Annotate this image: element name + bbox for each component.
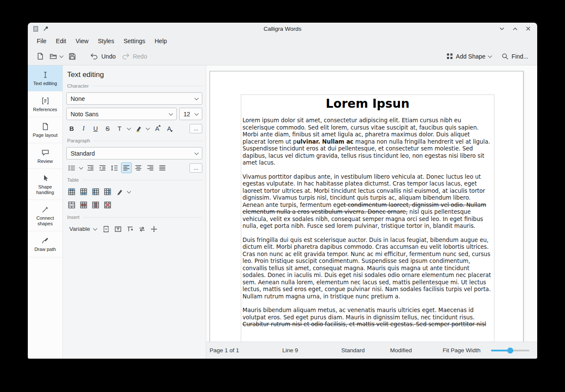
zoom-slider[interactable]: [491, 342, 530, 359]
paragraph-style-combo[interactable]: Standard: [66, 147, 202, 159]
statusbar: Page 1 of 1 Line 9 Standard Modified Fit…: [206, 342, 537, 359]
chevron-down-icon: [195, 96, 199, 100]
menu-edit[interactable]: Edit: [51, 35, 71, 47]
tab-label: Shape handling: [29, 184, 61, 195]
align-left-button[interactable]: [121, 162, 132, 173]
increase-indent-button[interactable]: [97, 162, 108, 173]
document-page: Lorem Ipsun Lorem ipsum dolor sit amet, …: [210, 71, 524, 342]
window-title: Calligra Words: [28, 26, 537, 32]
decrease-indent-button[interactable]: [85, 162, 96, 173]
delete-row-button[interactable]: [78, 200, 89, 210]
tab-label: Draw path: [34, 247, 56, 252]
sidebar-item-page-layout[interactable]: Page layout: [28, 117, 62, 143]
highlight-color-button[interactable]: [133, 123, 144, 134]
undo-label: Undo: [101, 53, 115, 60]
insert-row-above-button[interactable]: [66, 186, 77, 197]
maximize-icon[interactable]: [512, 26, 518, 32]
shade-icon[interactable]: [499, 26, 505, 32]
font-size-combo[interactable]: 12: [179, 108, 202, 120]
chevron-down-icon: [195, 111, 199, 115]
new-document-button[interactable]: [34, 50, 47, 62]
align-center-button[interactable]: [133, 162, 144, 173]
document-heading: Lorem Ipsun: [243, 97, 493, 111]
insert-row-below-button[interactable]: [78, 186, 89, 197]
underline-button[interactable]: U: [90, 123, 101, 134]
sidebar-item-review[interactable]: Review: [28, 143, 62, 169]
list-format-button[interactable]: [66, 162, 77, 173]
titlebar[interactable]: Calligra Words: [28, 23, 537, 35]
menubar: File Edit View Styles Settings Help: [28, 35, 537, 47]
strikethrough-button[interactable]: S: [102, 123, 113, 134]
subscript-button[interactable]: A: [164, 123, 175, 134]
add-shape-label: Add Shape: [456, 53, 485, 60]
merge-cells-button[interactable]: [66, 200, 77, 210]
insert-variable-button[interactable]: Variable: [66, 224, 100, 234]
variable-label: Variable: [69, 226, 90, 232]
list-format-chevron-icon[interactable]: [78, 162, 84, 173]
sidebar-item-connect-shapes[interactable]: Connect shapes: [28, 200, 62, 231]
sidebar-item-draw-path[interactable]: Draw path: [28, 231, 62, 257]
italic-button[interactable]: I: [78, 123, 89, 134]
redo-button[interactable]: Redo: [118, 50, 150, 62]
open-document-icon: [50, 53, 57, 59]
paragraph[interactable]: Duis fringilla dui quis est scelerisque …: [243, 237, 493, 301]
delete-table-button[interactable]: [102, 200, 113, 210]
paragraph[interactable]: Mauris bibendum aliquam metus, ac venena…: [243, 307, 493, 328]
text-editing-icon: [41, 71, 50, 79]
bold-button[interactable]: B: [66, 123, 77, 134]
change-case-button[interactable]: T: [114, 123, 125, 134]
draw-path-icon: [41, 236, 50, 245]
text-frame[interactable]: Lorem Ipsun Lorem ipsum dolor sit amet, …: [241, 94, 494, 342]
sidebar-item-text-editing[interactable]: Text editing: [28, 65, 62, 91]
line-indicator: Line 9: [282, 342, 298, 359]
line-spacing-button[interactable]: [109, 162, 120, 173]
zoom-mode-button[interactable]: Fit Page Width: [443, 342, 481, 359]
open-document-button[interactable]: [47, 50, 66, 62]
insert-page-break-button[interactable]: [101, 224, 112, 234]
align-right-button[interactable]: [145, 162, 156, 173]
main-toolbar: Undo Redo Add Shape Find...: [28, 47, 537, 65]
paragraph[interactable]: Vivamus porttitor dapibus ante, in vesti…: [243, 174, 493, 230]
save-button[interactable]: [66, 50, 79, 62]
menu-file[interactable]: File: [32, 35, 51, 47]
menu-styles[interactable]: Styles: [93, 35, 119, 47]
font-family-value: Noto Sans: [71, 111, 98, 118]
insert-column-left-button[interactable]: [90, 186, 101, 197]
insert-column-right-button[interactable]: [102, 186, 113, 197]
open-recent-chevron-icon[interactable]: [59, 53, 64, 58]
align-justify-button[interactable]: [157, 162, 168, 173]
paragraph[interactable]: Lorem ipsum dolor sit amet, consectetur …: [243, 117, 493, 167]
superscript-button[interactable]: A: [152, 123, 163, 134]
text-segment: Curabitur rutrum nisi et odio facilisis,…: [243, 321, 486, 327]
close-icon[interactable]: [525, 26, 531, 32]
sidebar-item-references[interactable]: References: [28, 91, 62, 118]
change-case-chevron-icon[interactable]: [126, 123, 132, 134]
sidebar-item-shape-handling[interactable]: Shape handling: [28, 169, 62, 200]
insert-anchor-button[interactable]: [149, 224, 160, 234]
menu-help[interactable]: Help: [150, 35, 172, 47]
zoom-slider-handle[interactable]: [507, 348, 513, 354]
menu-settings[interactable]: Settings: [119, 35, 150, 47]
table-border-pen-button[interactable]: [114, 186, 125, 197]
pin-icon[interactable]: [43, 26, 49, 32]
page-indicator: Page 1 of 1: [210, 342, 239, 359]
character-style-combo[interactable]: None: [66, 92, 202, 105]
menu-view[interactable]: View: [71, 35, 93, 47]
find-icon: [502, 53, 509, 60]
highlight-color-chevron-icon[interactable]: [145, 123, 151, 134]
add-shape-icon: [447, 53, 453, 59]
insert-note-button[interactable]: [125, 224, 136, 234]
insert-bookmark-button[interactable]: [137, 224, 148, 234]
undo-button[interactable]: Undo: [87, 50, 118, 62]
delete-column-button[interactable]: [90, 200, 101, 210]
chevron-down-icon: [195, 150, 199, 155]
add-shape-button[interactable]: Add Shape: [444, 50, 494, 62]
find-button[interactable]: Find...: [499, 50, 531, 62]
style-indicator: Standard: [341, 342, 365, 359]
character-more-button[interactable]: ...: [189, 124, 202, 133]
paragraph-more-button[interactable]: ...: [189, 163, 202, 173]
table-border-chevron-icon[interactable]: [126, 186, 132, 197]
font-family-combo[interactable]: Noto Sans: [66, 108, 177, 120]
add-shape-chevron-icon: [488, 53, 492, 58]
insert-text-frame-button[interactable]: [113, 224, 124, 234]
